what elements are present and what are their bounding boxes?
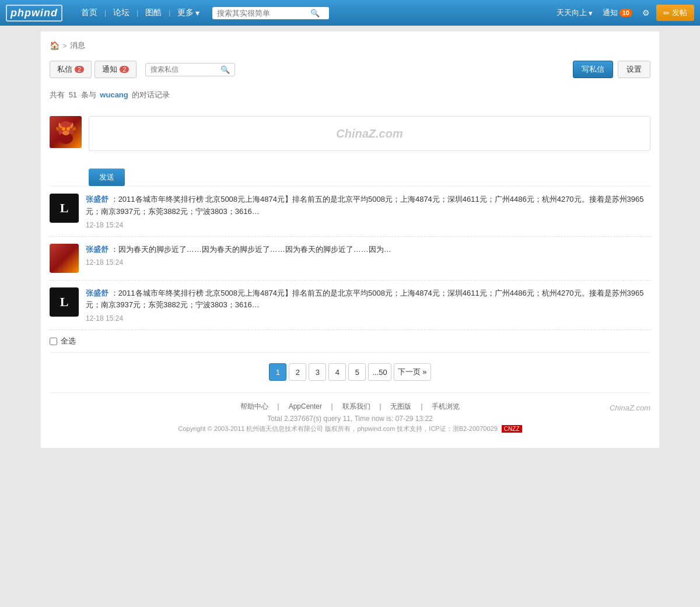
avatar-image [51, 118, 80, 147]
search-pm-input[interactable] [150, 65, 220, 73]
message-text-1: ：2011各城市年终奖排行榜 北京5008元上海4874元】排名前五的是北京平均… [86, 195, 644, 216]
message-time-3: 12-18 15:24 [86, 314, 650, 322]
message-avatar-1: L [50, 194, 79, 223]
breadcrumb-current: 消息 [70, 40, 85, 51]
message-list: L 张盛舒 ：2011各城市年终奖排行榜 北京5008元上海4874元】排名前五… [50, 186, 650, 330]
settings-button[interactable]: 设置 [618, 61, 650, 78]
message-text-3: ：2011各城市年终奖排行榜 北京5008元上海4874元】排名前五的是北京平均… [86, 289, 644, 310]
search-icon: 🔍 [310, 9, 320, 17]
message-avatar-2 [50, 244, 79, 273]
top-navigation: phpwind 首页 | 论坛 | 图酷 | 更多 ▾ 🔍 天天向上 ▾ 通知 … [0, 0, 700, 26]
post-icon: ✏ [663, 9, 670, 17]
message-sender-1[interactable]: 张盛舒 [86, 195, 108, 203]
pm-search-icon: 🔍 [220, 65, 230, 74]
list-item: 张盛舒 ：因为春天的脚步近了……因为春天的脚步近了……因为春天的脚步近了……因为… [50, 237, 650, 280]
nav-home[interactable]: 首页 [74, 0, 104, 26]
notification-badge: 10 [620, 9, 632, 17]
icp-badge: CNZZ [502, 425, 522, 433]
message-content-1: 张盛舒 ：2011各城市年终奖排行榜 北京5008元上海4874元】排名前五的是… [86, 194, 650, 229]
page-1-button[interactable]: 1 [269, 363, 286, 381]
page-3-button[interactable]: 3 [309, 363, 326, 381]
record-summary: 共有 51 条与 wucang 的对话记录 [50, 87, 650, 103]
post-button[interactable]: ✏ 发帖 [656, 5, 694, 21]
list-item: L 张盛舒 ：2011各城市年终奖排行榜 北京5008元上海4874元】排名前五… [50, 187, 650, 237]
list-item: L 张盛舒 ：2011各城市年终奖排行榜 北京5008元上海4874元】排名前五… [50, 280, 650, 331]
notification-menu[interactable]: 通知 10 [599, 8, 636, 18]
message-time-2: 12-18 15:24 [86, 258, 650, 266]
site-logo[interactable]: phpwind [6, 5, 62, 22]
compose-area: ChinaZ.com [50, 110, 650, 157]
pm-badge: 2 [75, 66, 84, 73]
message-time-1: 12-18 15:24 [86, 221, 650, 229]
top-search-box: 🔍 [212, 7, 329, 19]
nav-gallery[interactable]: 图酷 [138, 0, 169, 26]
main-content: 🏠 > 消息 私信 2 通知 2 🔍 写私信 设置 共有 51 条与 wucan… [41, 31, 659, 448]
avatar-l-icon: L [50, 194, 79, 223]
user-menu[interactable]: 天天向上 ▾ [553, 8, 596, 18]
top-search-input[interactable] [217, 9, 310, 17]
search-pm-box: 🔍 [145, 63, 235, 76]
select-all-checkbox[interactable] [50, 338, 57, 345]
tabs-row: 私信 2 通知 2 🔍 写私信 设置 [50, 61, 650, 78]
svg-point-3 [66, 127, 70, 131]
message-content-2: 张盛舒 ：因为春天的脚步近了……因为春天的脚步近了……因为春天的脚步近了……因为… [86, 244, 650, 267]
footer-logo: ChinaZ.com [610, 404, 650, 412]
tab-notification[interactable]: 通知 2 [94, 61, 136, 78]
send-button[interactable]: 发送 [89, 169, 125, 186]
user-chevron-icon: ▾ [589, 9, 593, 17]
select-all-label: 全选 [61, 336, 76, 346]
settings-icon[interactable]: ⚙ [639, 8, 653, 17]
home-icon[interactable]: 🏠 [50, 41, 60, 50]
footer-timing: Total 2.237667(s) query 11, Time now is:… [50, 415, 650, 423]
page-5-button[interactable]: 5 [348, 363, 366, 381]
page-ellipsis-button[interactable]: ...50 [368, 363, 391, 381]
footer: 帮助中心 ｜ AppCenter ｜ 联系我们 ｜ 无图版 ｜ 手机浏览 Chi… [50, 392, 650, 436]
compose-watermark: ChinaZ.com [336, 127, 402, 141]
compose-text-area[interactable]: ChinaZ.com [89, 116, 650, 151]
nav-forum[interactable]: 论坛 [106, 0, 136, 26]
svg-point-2 [62, 127, 65, 131]
footer-mobile-link[interactable]: 手机浏览 [432, 402, 460, 410]
nav-more[interactable]: 更多 ▾ [170, 0, 206, 26]
breadcrumb: 🏠 > 消息 [50, 37, 650, 54]
footer-noimg-link[interactable]: 无图版 [390, 402, 411, 410]
tab-right-actions: 写私信 设置 [573, 61, 650, 78]
message-text-2: ：因为春天的脚步近了……因为春天的脚步近了……因为春天的脚步近了……因为… [111, 245, 391, 254]
pagination: 1 2 3 4 5 ...50 下一页 » [50, 353, 650, 387]
page-4-button[interactable]: 4 [328, 363, 346, 381]
compose-avatar [50, 116, 82, 148]
message-sender-2[interactable]: 张盛舒 [86, 245, 108, 254]
conversation-username[interactable]: wucang [100, 90, 128, 99]
message-content-3: 张盛舒 ：2011各城市年终奖排行榜 北京5008元上海4874元】排名前五的是… [86, 287, 650, 323]
next-page-button[interactable]: 下一页 » [394, 363, 431, 381]
message-sender-3[interactable]: 张盛舒 [86, 289, 108, 297]
notif-tab-badge: 2 [120, 66, 129, 73]
footer-copyright: Copyright © 2003-2011 杭州德天信息技术有限公司 版权所有，… [50, 424, 650, 433]
footer-links: 帮助中心 ｜ AppCenter ｜ 联系我们 ｜ 无图版 ｜ 手机浏览 [50, 402, 650, 412]
write-pm-button[interactable]: 写私信 [573, 61, 613, 78]
avatar-lion-icon [50, 244, 79, 273]
page-2-button[interactable]: 2 [289, 363, 306, 381]
svg-point-4 [62, 131, 69, 135]
footer-contact-link[interactable]: 联系我们 [342, 402, 370, 410]
breadcrumb-separator: > [62, 41, 67, 50]
chevron-down-icon: ▾ [195, 8, 200, 17]
message-avatar-3: L [50, 287, 79, 317]
tab-pm[interactable]: 私信 2 [50, 61, 92, 78]
footer-appcenter-link[interactable]: AppCenter [289, 402, 322, 410]
right-nav-area: 天天向上 ▾ 通知 10 ⚙ ✏ 发帖 [553, 5, 694, 21]
select-all-row: 全选 [50, 330, 650, 353]
footer-help-link[interactable]: 帮助中心 [240, 402, 268, 410]
avatar-l-icon-3: L [50, 287, 79, 317]
